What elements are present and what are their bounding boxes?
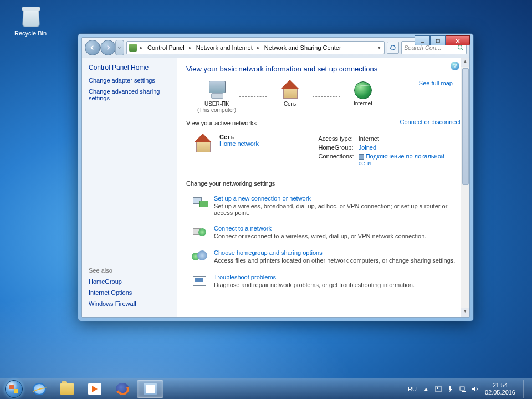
minimize-button[interactable]	[415, 35, 430, 45]
show-desktop-button[interactable]	[523, 380, 529, 398]
homegroup-label: HomeGroup:	[318, 144, 357, 151]
windows-orb-icon	[5, 380, 23, 398]
chevron-right-icon[interactable]: ▸	[188, 45, 193, 50]
recycle-bin-icon	[18, 4, 43, 29]
computer-name: USER-ПК	[186, 101, 247, 107]
system-tray: RU ▴ 21:54 02.05.2016	[406, 380, 530, 398]
window-controls	[415, 35, 470, 45]
connection-link[interactable]: Подключение по локальной сети	[359, 153, 444, 166]
breadcrumb-network-internet[interactable]: Network and Internet	[194, 43, 255, 52]
start-button[interactable]	[2, 380, 25, 398]
control-panel-window: ▸ Control Panel ▸ Network and Internet ▸…	[78, 33, 474, 321]
volume-icon[interactable]	[470, 385, 479, 393]
help-icon[interactable]: ?	[451, 62, 459, 70]
task-desc: Connect or reconnect to a wireless, wire…	[214, 233, 426, 239]
nic-icon	[359, 154, 364, 160]
map-node-computer[interactable]: USER-ПК (This computer)	[186, 80, 247, 113]
see-also-homegroup[interactable]: HomeGroup	[89, 278, 170, 285]
power-icon[interactable]	[446, 385, 455, 393]
change-settings-heading: Change your networking settings	[186, 180, 461, 188]
active-network-name: Сеть	[219, 134, 259, 140]
change-adapter-settings-link[interactable]: Change adapter settings	[89, 77, 170, 84]
tray-arrow-icon[interactable]: ▴	[422, 385, 431, 393]
language-indicator[interactable]: RU	[406, 385, 418, 393]
task-setup-connection: Set up a new connection or network Set u…	[186, 192, 461, 222]
svg-rect-9	[462, 391, 466, 392]
taskbar-ie[interactable]	[26, 380, 53, 398]
action-center-icon[interactable]	[434, 385, 443, 393]
chevron-right-icon[interactable]: ▸	[139, 45, 144, 50]
svg-rect-7	[437, 387, 438, 389]
page-title: View your basic network information and …	[186, 65, 461, 73]
forward-button[interactable]	[100, 40, 116, 55]
back-button[interactable]	[85, 40, 100, 55]
address-bar[interactable]: ▸ Control Panel ▸ Network and Internet ▸…	[126, 41, 385, 54]
task-connect-network: Connect to a network Connect or reconnec…	[186, 222, 461, 246]
maximize-button[interactable]	[430, 35, 446, 45]
network-type-link[interactable]: Home network	[219, 140, 259, 147]
svg-point-4	[458, 45, 462, 49]
firefox-icon	[116, 383, 129, 395]
task-desc: Set up a wireless, broadband, dial-up, a…	[214, 203, 461, 216]
folder-icon	[60, 383, 74, 395]
network-name: Сеть	[259, 101, 320, 107]
view-active-networks-heading: View your active networks	[186, 120, 257, 126]
control-panel-icon	[144, 383, 157, 395]
refresh-button[interactable]	[387, 42, 399, 54]
control-panel-home-link[interactable]: Control Panel Home	[89, 64, 170, 71]
taskbar-firefox[interactable]	[109, 380, 136, 398]
task-desc: Access files and printers located on oth…	[214, 257, 455, 264]
network-map: USER-ПК (This computer) Сеть Inter	[186, 80, 461, 113]
scroll-up-button[interactable]: ▴	[461, 58, 469, 67]
task-link[interactable]: Troubleshoot problems	[214, 274, 415, 280]
see-also-internet-options[interactable]: Internet Options	[89, 289, 170, 296]
active-network-block: Сеть Home network Access type: Internet …	[186, 130, 461, 176]
recycle-bin-label: Recycle Bin	[11, 30, 50, 37]
network-icon[interactable]	[458, 385, 467, 393]
task-desc: Diagnose and repair network problems, or…	[214, 282, 415, 288]
internet-label: Internet	[332, 100, 393, 106]
history-dropdown[interactable]	[115, 40, 124, 55]
recycle-bin[interactable]: Recycle Bin	[11, 4, 50, 37]
clock[interactable]: 21:54 02.05.2016	[483, 382, 518, 396]
globe-icon	[354, 81, 372, 99]
see-also-windows-firewall[interactable]: Windows Firewall	[89, 300, 170, 307]
scroll-down-button[interactable]: ▾	[461, 308, 469, 317]
breadcrumb-control-panel[interactable]: Control Panel	[145, 43, 187, 52]
chevron-right-icon[interactable]: ▸	[256, 45, 261, 50]
scroll-thumb[interactable]	[462, 68, 469, 185]
change-advanced-sharing-link[interactable]: Change advanced sharing settings	[89, 88, 170, 101]
computer-icon	[206, 80, 228, 100]
task-link[interactable]: Choose homegroup and sharing options	[214, 249, 455, 256]
computer-subtitle: (This computer)	[186, 107, 247, 113]
connect-disconnect-link[interactable]: Connect or disconnect	[400, 119, 461, 125]
setup-connection-icon	[192, 195, 208, 211]
homegroup-icon	[192, 249, 208, 265]
media-player-icon	[88, 383, 101, 395]
svg-rect-1	[436, 39, 439, 43]
scrollbar[interactable]: ▴ ▾	[461, 58, 469, 317]
ie-icon	[33, 383, 46, 395]
house-icon	[279, 80, 301, 100]
taskbar-media-player[interactable]	[81, 380, 108, 398]
taskbar-control-panel[interactable]	[137, 380, 163, 398]
clock-time: 21:54	[485, 382, 515, 389]
map-node-network[interactable]: Сеть	[259, 80, 320, 113]
address-row: ▸ Control Panel ▸ Network and Internet ▸…	[82, 38, 469, 58]
troubleshoot-icon	[192, 274, 208, 289]
close-button[interactable]	[446, 35, 470, 45]
access-type-value: Internet	[359, 135, 459, 142]
breadcrumb-network-sharing[interactable]: Network and Sharing Center	[262, 43, 344, 52]
map-node-internet[interactable]: Internet	[332, 80, 393, 112]
taskbar-explorer[interactable]	[54, 380, 80, 398]
task-link[interactable]: Set up a new connection or network	[214, 195, 461, 202]
chevron-down-icon[interactable]: ▾	[377, 45, 382, 50]
access-type-label: Access type:	[318, 135, 357, 142]
clock-date: 02.05.2016	[485, 389, 515, 396]
see-also-heading: See also	[89, 267, 170, 274]
svg-line-5	[462, 49, 463, 50]
control-panel-icon	[129, 44, 137, 52]
homegroup-link[interactable]: Joined	[359, 144, 376, 151]
task-link[interactable]: Connect to a network	[214, 225, 426, 232]
see-full-map-link[interactable]: See full map	[419, 80, 453, 86]
